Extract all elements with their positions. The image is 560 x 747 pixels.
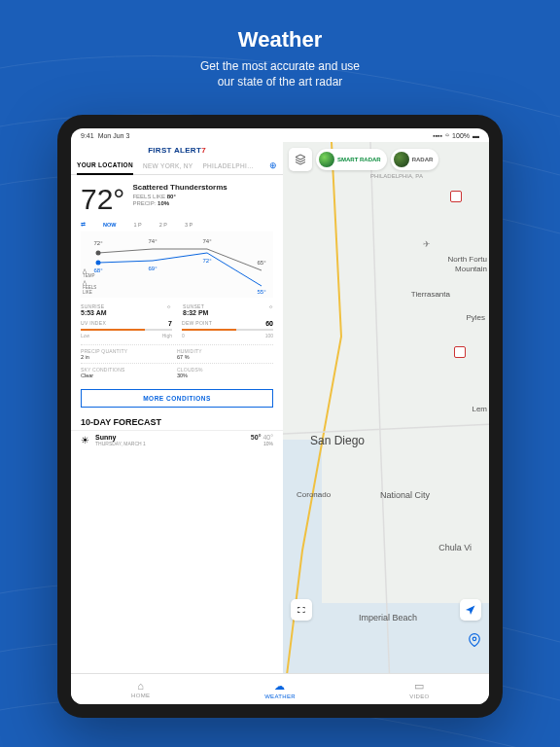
svg-point-1 <box>96 261 101 266</box>
hour-3p: 3 P <box>185 222 192 228</box>
airport-icon: ✈ <box>423 239 431 249</box>
location-pin-icon <box>468 633 481 650</box>
wifi-icon: ⌔ <box>445 132 449 139</box>
bottom-nav: ⌂ HOME ☁ WEATHER ▭ VIDEO <box>71 673 489 704</box>
map-label-coronado: Coronado <box>297 490 331 499</box>
map-label-mountain: Mountain <box>455 265 487 273</box>
weather-panel: FIRST ALERT7 YOUR LOCATION NEW YORK, NY … <box>71 142 283 673</box>
brand-logo: FIRST ALERT7 <box>71 142 283 157</box>
svg-text:65°: 65° <box>257 260 266 266</box>
map-panel[interactable]: PHILADELPHIA, PA ✈ North Fortu Mountain … <box>283 142 489 673</box>
sunset-icon: ☼ <box>268 303 273 316</box>
location-tabs: YOUR LOCATION NEW YORK, NY PHILADELPHI… … <box>71 157 283 175</box>
hero-subtitle: Get the most accurate and useour state o… <box>0 58 560 89</box>
hour-now: NOW <box>103 222 116 228</box>
map-label-chula-vista: Chula Vi <box>438 543 472 552</box>
sunrise-time: 5:53 AM <box>81 309 166 316</box>
video-icon: ▭ <box>414 680 424 693</box>
status-bar: 9:41 Mon Jun 3 ▪▪▪▪ ⌔ 100% ▬ <box>71 128 489 142</box>
screen: 9:41 Mon Jun 3 ▪▪▪▪ ⌔ 100% ▬ FIRST ALERT… <box>71 128 489 704</box>
battery-icon: ▬ <box>472 132 479 139</box>
svg-text:55°: 55° <box>257 289 266 295</box>
map-label-san-diego: San Diego <box>310 434 365 447</box>
my-location-button[interactable] <box>460 599 481 621</box>
smart-radar-button[interactable]: SMART RADAR <box>316 149 387 170</box>
map-label-tierrasanta: Tierrasanta <box>411 290 450 299</box>
sunrise-icon: ☼ <box>166 303 171 316</box>
svg-text:69°: 69° <box>148 266 158 271</box>
uv-index: UV INDEX7 LowHigh <box>81 320 172 338</box>
svg-text:74°: 74° <box>202 238 212 244</box>
swap-icon[interactable]: ⇄ <box>81 222 86 228</box>
tablet-frame: 9:41 Mon Jun 3 ▪▪▪▪ ⌔ 100% ▬ FIRST ALERT… <box>57 115 503 718</box>
svg-point-0 <box>96 251 101 256</box>
svg-text:72°: 72° <box>202 258 212 264</box>
tab-your-location[interactable]: YOUR LOCATION <box>77 157 133 175</box>
hour-1p: 1 P <box>133 222 141 228</box>
forecast-header: 10-DAY FORECAST <box>71 411 283 430</box>
highway-shield-icon <box>454 346 466 358</box>
map-label-imperial-beach: Imperial Beach <box>359 613 417 622</box>
current-conditions: 72° Scattered Thunderstorms FEELS LIKE 8… <box>71 175 283 220</box>
chart-legend: ⋀TEMP⋀FEELSLIKE <box>83 269 96 296</box>
sun-times: SUNRISE 5:53 AM ☼ SUNSET 8:32 PM ☼ <box>71 298 283 318</box>
map-label-philadelphia: PHILADELPHIA, PA <box>370 173 423 179</box>
dew-point: DEW POINT60 0100 <box>182 320 273 338</box>
add-location-button[interactable]: ⊕ <box>269 160 277 170</box>
feels-like: FEELS LIKE 80° <box>132 194 273 199</box>
map-label-national-city: National City <box>380 490 430 500</box>
layers-button[interactable] <box>289 148 312 171</box>
precip-chance: PRECIP: 10% <box>132 200 273 206</box>
details-grid: PRECIP QUANTITY2 in HUMIDITY67 % SKY CON… <box>71 340 283 385</box>
signal-icon: ▪▪▪▪ <box>433 132 442 139</box>
map-background <box>283 142 489 673</box>
svg-marker-9 <box>296 155 305 160</box>
sunset-time: 8:32 PM <box>183 309 268 316</box>
hourly-header: ⇄ NOW 1 P 2 P 3 P <box>71 220 283 230</box>
sun-icon: ☀ <box>81 435 89 445</box>
hourly-chart[interactable]: 72° 74° 74° 65° 68° 69° 72° 55° ⋀TEMP⋀FE… <box>81 231 273 298</box>
svg-point-10 <box>472 637 476 641</box>
battery-pct: 100% <box>452 132 470 139</box>
condition-text: Scattered Thunderstorms <box>132 183 273 192</box>
cloud-icon: ☁ <box>274 680 285 693</box>
nav-weather[interactable]: ☁ WEATHER <box>210 674 349 704</box>
more-conditions-button[interactable]: MORE CONDITIONS <box>81 389 273 408</box>
status-date: Mon Jun 3 <box>98 132 130 139</box>
radar-button[interactable]: RADAR <box>391 149 439 170</box>
globe-icon <box>319 152 334 167</box>
current-temp: 72° <box>81 183 124 216</box>
tab-new-york[interactable]: NEW YORK, NY <box>143 158 193 174</box>
nav-video[interactable]: ▭ VIDEO <box>350 674 489 704</box>
forecast-row[interactable]: ☀ Sunny THURSDAY, MARCH 1 50° 40° 10% <box>71 430 283 449</box>
tab-philadelphia[interactable]: PHILADELPHI… <box>202 158 253 174</box>
chart-temp-now: 72° <box>93 240 103 246</box>
hour-2p: 2 P <box>159 222 167 228</box>
svg-text:74°: 74° <box>148 238 158 244</box>
map-label-pyles: Pyles <box>466 313 485 322</box>
highway-shield-icon <box>450 191 462 202</box>
map-label-lem: Lem <box>472 405 487 413</box>
home-icon: ⌂ <box>137 680 144 692</box>
globe-icon <box>394 152 409 167</box>
nav-home[interactable]: ⌂ HOME <box>71 674 210 704</box>
fullscreen-button[interactable]: ⛶ <box>291 599 312 621</box>
map-label-north-fortuna: North Fortu <box>448 255 487 264</box>
status-time: 9:41 <box>81 132 94 139</box>
